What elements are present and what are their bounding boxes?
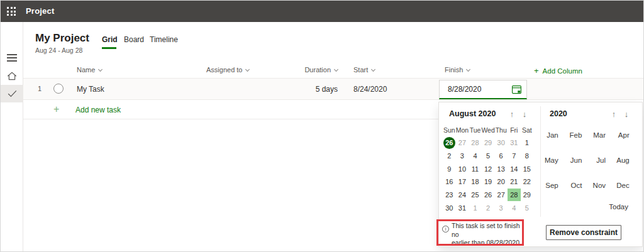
day-header: Sat (521, 125, 534, 135)
remove-constraint-button[interactable]: Remove constraint (546, 225, 621, 240)
calendar-day[interactable]: 25 (469, 189, 482, 202)
month-cell[interactable]: Feb (570, 131, 582, 139)
chevron-down-icon (334, 67, 338, 72)
calendar-day[interactable]: 20 (494, 175, 508, 189)
calendar-icon[interactable] (511, 84, 522, 95)
calendar-day[interactable]: 4 (469, 150, 482, 163)
column-header-assigned-to[interactable]: Assigned to (206, 66, 249, 74)
task-start-cell[interactable]: 8/24/2020 (353, 85, 387, 94)
month-cell[interactable]: Oct (570, 182, 582, 189)
calendar-month-title: August 2020 (449, 109, 496, 118)
sidebar (1, 22, 23, 251)
chevron-down-icon (245, 67, 250, 72)
add-column-button[interactable]: +Add Column (534, 66, 582, 75)
calendar-day[interactable]: 26 (482, 189, 495, 202)
sidebar-item-home[interactable] (1, 67, 23, 85)
calendar-day[interactable]: 31 (508, 136, 521, 150)
calendar-day[interactable]: 29 (482, 136, 495, 150)
tab-timeline[interactable]: Timeline (150, 35, 178, 44)
date-range: Aug 24 - Aug 28 (35, 47, 82, 54)
day-header: Tue (469, 125, 482, 135)
calendar-day[interactable]: 10 (456, 162, 469, 175)
plus-icon: + (534, 66, 539, 75)
task-name-cell[interactable]: My Task (77, 85, 104, 94)
calendar-day-today[interactable]: 26 (443, 137, 455, 149)
month-cell[interactable]: Mar (593, 131, 606, 139)
finish-date-value[interactable]: 8/28/2020 (448, 80, 481, 98)
calendar-day[interactable]: 15 (521, 162, 534, 175)
calendar-day[interactable]: 3 (494, 201, 508, 214)
calendar-day[interactable]: 17 (456, 175, 469, 189)
calendar-day-selected[interactable]: 28 (508, 189, 521, 202)
tab-board[interactable]: Board (124, 35, 144, 44)
chevron-down-icon (466, 67, 470, 72)
calendar-day[interactable]: 1 (521, 136, 534, 150)
calendar-day[interactable]: 2 (443, 150, 456, 163)
calendar-day[interactable]: 9 (443, 162, 456, 175)
next-year-arrow-icon[interactable]: ↓ (621, 109, 631, 119)
calendar-day[interactable]: 27 (494, 189, 508, 202)
today-link[interactable]: Today (609, 203, 628, 211)
calendar-day[interactable]: 6 (494, 150, 508, 163)
calendar-day[interactable]: 8 (521, 150, 534, 163)
calendar-day[interactable]: 2 (482, 201, 495, 214)
prev-year-arrow-icon[interactable]: ↑ (609, 109, 619, 119)
calendar-day[interactable]: 5 (521, 201, 534, 214)
month-cell[interactable]: Dec (616, 182, 629, 189)
month-cell[interactable]: Nov (593, 182, 606, 189)
calendar-day[interactable]: 23 (443, 189, 456, 202)
add-new-task-button[interactable]: + Add new task (53, 102, 129, 116)
row-number: 1 (33, 85, 42, 92)
column-header-name[interactable]: Name (77, 66, 102, 74)
month-cell[interactable]: Jan (547, 131, 558, 139)
calendar-day[interactable]: 18 (469, 175, 482, 189)
column-header-finish[interactable]: Finish (445, 66, 470, 74)
constraint-warning-text: This task is set to finish no earlier th… (452, 222, 526, 248)
hamburger-menu-button[interactable] (1, 49, 23, 67)
column-header-duration[interactable]: Duration (275, 66, 338, 74)
calendar-day[interactable]: 24 (456, 189, 469, 202)
app-launcher-button[interactable] (1, 1, 22, 22)
calendar-day[interactable]: 22 (521, 175, 534, 189)
tab-grid[interactable]: Grid (102, 35, 118, 44)
calendar-day[interactable]: 11 (469, 162, 482, 175)
month-cell[interactable]: Apr (618, 131, 630, 139)
day-header: Mon (456, 125, 469, 135)
month-cell[interactable]: May (545, 156, 558, 164)
month-cell[interactable]: Jun (570, 156, 582, 164)
calendar-day[interactable]: 21 (508, 175, 521, 189)
calendar-day[interactable]: 4 (508, 201, 521, 214)
prev-month-arrow-icon[interactable]: ↑ (507, 109, 517, 119)
calendar-day[interactable]: 1 (469, 201, 482, 214)
day-header: Wed (482, 125, 495, 135)
next-month-arrow-icon[interactable]: ↓ (519, 109, 530, 119)
add-task-row-divider (23, 119, 438, 119)
calendar-day[interactable]: 13 (494, 162, 508, 175)
sidebar-item-tasks[interactable] (1, 85, 23, 102)
calendar-day[interactable]: 12 (482, 162, 495, 175)
chevron-down-icon (98, 67, 103, 72)
calendar-day[interactable]: 30 (494, 136, 508, 150)
month-cell[interactable]: Aug (616, 156, 629, 164)
finish-date-editor[interactable]: 8/28/2020 (439, 80, 527, 99)
calendar-day[interactable]: 28 (469, 136, 482, 150)
task-duration-cell[interactable]: 5 days (275, 85, 338, 94)
calendar-day[interactable]: 31 (456, 201, 469, 214)
checkmark-icon (8, 90, 17, 97)
calendar-day[interactable]: 16 (443, 175, 456, 189)
column-header-start[interactable]: Start (353, 66, 375, 74)
calendar-day[interactable]: 27 (456, 136, 469, 150)
calendar-day[interactable]: 29 (521, 189, 534, 202)
calendar-day[interactable]: 19 (482, 175, 495, 189)
row-divider (23, 99, 643, 100)
calendar-day[interactable]: 30 (443, 201, 456, 214)
month-cell[interactable]: Jul (596, 156, 606, 164)
calendar-day[interactable]: 7 (508, 150, 521, 163)
calendar-day[interactable]: 5 (482, 150, 495, 163)
calendar-day[interactable]: 3 (456, 150, 469, 163)
waffle-icon (7, 7, 16, 16)
calendar-day[interactable]: 14 (508, 162, 521, 175)
app-window: Project My Project Aug 24 - Aug 28 Grid … (0, 0, 644, 252)
month-cell[interactable]: Sep (545, 182, 558, 189)
task-complete-radio[interactable] (53, 84, 64, 94)
